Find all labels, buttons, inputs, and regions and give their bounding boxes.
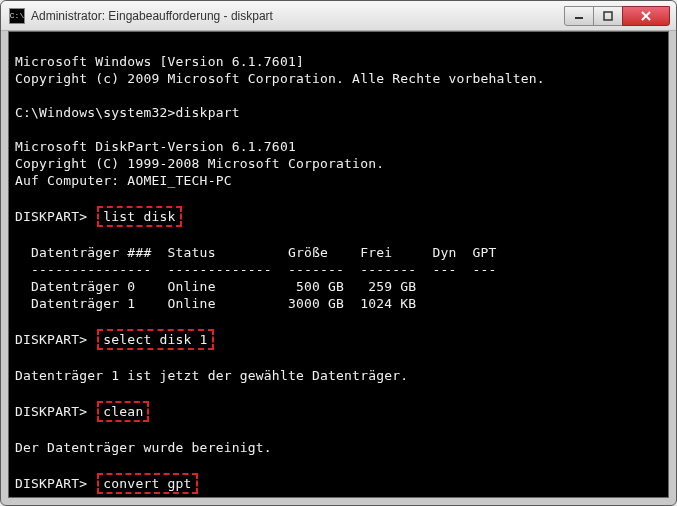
console-output[interactable]: Microsoft Windows [Version 6.1.7601] Cop… — [8, 31, 669, 498]
diskpart-prompt: DISKPART> — [15, 404, 87, 419]
diskpart-computer-line: Auf Computer: AOMEI_TECH-PC — [15, 173, 232, 188]
cmd-convert-gpt: convert gpt — [97, 473, 197, 494]
table-separator: --------------- ------------- ------- --… — [15, 262, 497, 277]
diskpart-copyright-line: Copyright (C) 1999-2008 Microsoft Corpor… — [15, 156, 384, 171]
os-copyright-line: Copyright (c) 2009 Microsoft Corporation… — [15, 71, 545, 86]
table-header: Datenträger ### Status Größe Frei Dyn GP… — [15, 245, 497, 260]
prompt-line: DISKPART> clean — [15, 404, 149, 419]
diskpart-prompt: DISKPART> — [15, 209, 87, 224]
prompt-line: DISKPART> convert gpt — [15, 476, 198, 491]
cmd-select-disk: select disk 1 — [97, 329, 213, 350]
maximize-button[interactable] — [593, 6, 623, 26]
diskpart-prompt: DISKPART> — [15, 332, 87, 347]
diskpart-version-line: Microsoft DiskPart-Version 6.1.7601 — [15, 139, 296, 154]
titlebar[interactable]: C:\ Administrator: Eingabeaufforderung -… — [1, 1, 676, 31]
table-row: Datenträger 0 Online 500 GB 259 GB — [15, 279, 416, 294]
window-controls — [565, 6, 670, 26]
os-version-line: Microsoft Windows [Version 6.1.7601] — [15, 54, 304, 69]
cmd-icon: C:\ — [9, 8, 25, 24]
diskpart-prompt: DISKPART> — [15, 476, 87, 491]
table-row: Datenträger 1 Online 3000 GB 1024 KB — [15, 296, 416, 311]
minimize-button[interactable] — [564, 6, 594, 26]
close-button[interactable] — [622, 6, 670, 26]
prompt-line: DISKPART> list disk — [15, 209, 182, 224]
cmd-list-disk: list disk — [97, 206, 181, 227]
result-clean: Der Datenträger wurde bereinigt. — [15, 440, 272, 455]
cmd-clean: clean — [97, 401, 149, 422]
result-select-disk: Datenträger 1 ist jetzt der gewählte Dat… — [15, 368, 408, 383]
command-prompt-window: C:\ Administrator: Eingabeaufforderung -… — [0, 0, 677, 506]
window-title: Administrator: Eingabeaufforderung - dis… — [31, 9, 565, 23]
svg-rect-1 — [604, 12, 612, 20]
prompt-line: DISKPART> select disk 1 — [15, 332, 214, 347]
command-path-line: C:\Windows\system32>diskpart — [15, 105, 240, 120]
